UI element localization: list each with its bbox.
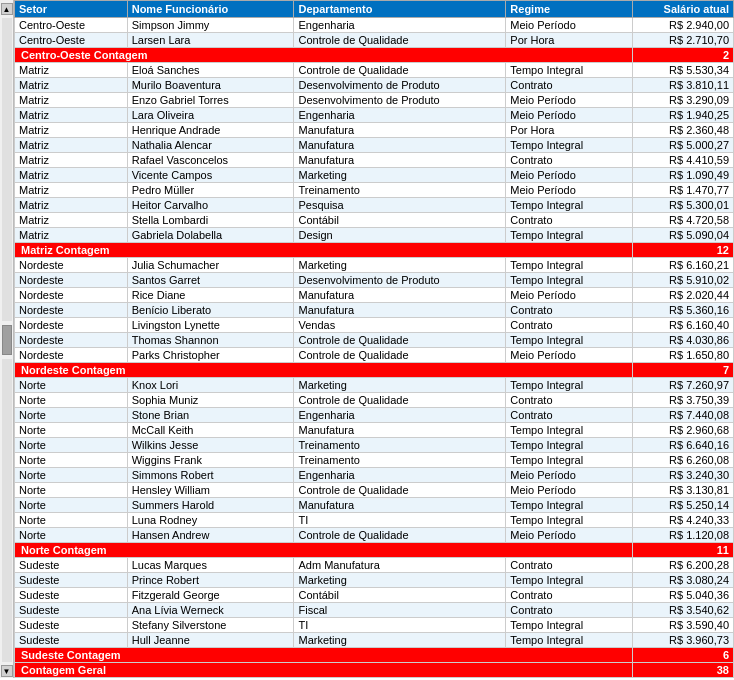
cell-regime: Contrato (506, 153, 632, 168)
cell-salario: R$ 6.200,28 (632, 558, 733, 573)
cell-regime: Tempo Integral (506, 423, 632, 438)
cell-setor: Matriz (15, 168, 128, 183)
header-regime: Regime (506, 1, 632, 18)
cell-nome: Stella Lombardi (127, 213, 294, 228)
cell-depto: Controle de Qualidade (294, 348, 506, 363)
cell-salario: R$ 1.940,25 (632, 108, 733, 123)
subtotal-label: Sudeste Contagem (15, 648, 633, 663)
cell-salario: R$ 6.160,40 (632, 318, 733, 333)
cell-depto: Adm Manufatura (294, 558, 506, 573)
cell-setor: Nordeste (15, 258, 128, 273)
table-row: Matriz Lara Oliveira Engenharia Meio Per… (15, 108, 734, 123)
table-header-row: Setor Nome Funcionário Departamento Regi… (15, 1, 734, 18)
cell-regime: Meio Período (506, 348, 632, 363)
cell-depto: Design (294, 228, 506, 243)
cell-salario: R$ 1.120,08 (632, 528, 733, 543)
cell-depto: Treinamento (294, 453, 506, 468)
header-depto: Departamento (294, 1, 506, 18)
cell-regime: Tempo Integral (506, 633, 632, 648)
cell-salario: R$ 3.240,30 (632, 468, 733, 483)
cell-nome: Murilo Boaventura (127, 78, 294, 93)
cell-depto: Marketing (294, 378, 506, 393)
table-row: Matriz Enzo Gabriel Torres Desenvolvimen… (15, 93, 734, 108)
cell-regime: Contrato (506, 78, 632, 93)
cell-depto: Manufatura (294, 138, 506, 153)
cell-regime: Tempo Integral (506, 198, 632, 213)
scroll-down-arrow[interactable]: ▼ (1, 665, 13, 677)
cell-salario: R$ 5.040,36 (632, 588, 733, 603)
table-row: Nordeste Benício Liberato Manufatura Con… (15, 303, 734, 318)
cell-salario: R$ 2.710,70 (632, 33, 733, 48)
left-scrollbar[interactable]: ▲ ▼ (0, 0, 14, 678)
cell-regime: Contrato (506, 558, 632, 573)
cell-depto: Treinamento (294, 183, 506, 198)
cell-nome: McCall Keith (127, 423, 294, 438)
scroll-thumb[interactable] (2, 325, 12, 355)
cell-salario: R$ 5.530,34 (632, 63, 733, 78)
cell-salario: R$ 5.360,16 (632, 303, 733, 318)
table-row: Sudeste Contagem 6 (15, 648, 734, 663)
cell-salario: R$ 3.290,09 (632, 93, 733, 108)
cell-nome: Enzo Gabriel Torres (127, 93, 294, 108)
table-row: Nordeste Contagem 7 (15, 363, 734, 378)
table-row: Norte Luna Rodney TI Tempo Integral R$ 4… (15, 513, 734, 528)
table-row: Matriz Stella Lombardi Contábil Contrato… (15, 213, 734, 228)
subtotal-label: Nordeste Contagem (15, 363, 633, 378)
cell-nome: Santos Garret (127, 273, 294, 288)
cell-nome: Luna Rodney (127, 513, 294, 528)
cell-nome: Heitor Carvalho (127, 198, 294, 213)
cell-depto: TI (294, 618, 506, 633)
table-row: Norte Hensley William Controle de Qualid… (15, 483, 734, 498)
subtotal-label: Matriz Contagem (15, 243, 633, 258)
cell-setor: Matriz (15, 153, 128, 168)
table-row: Norte Knox Lori Marketing Tempo Integral… (15, 378, 734, 393)
cell-nome: Wilkins Jesse (127, 438, 294, 453)
cell-nome: Julia Schumacher (127, 258, 294, 273)
cell-regime: Tempo Integral (506, 498, 632, 513)
cell-depto: Manufatura (294, 498, 506, 513)
cell-regime: Meio Período (506, 18, 632, 33)
cell-salario: R$ 4.410,59 (632, 153, 733, 168)
cell-setor: Matriz (15, 228, 128, 243)
table-row: Sudeste Lucas Marques Adm Manufatura Con… (15, 558, 734, 573)
cell-nome: Benício Liberato (127, 303, 294, 318)
table-row: Matriz Nathalia Alencar Manufatura Tempo… (15, 138, 734, 153)
cell-depto: Vendas (294, 318, 506, 333)
cell-salario: R$ 4.720,58 (632, 213, 733, 228)
table-row: Matriz Heitor Carvalho Pesquisa Tempo In… (15, 198, 734, 213)
table-row: Nordeste Livingston Lynette Vendas Contr… (15, 318, 734, 333)
cell-setor: Sudeste (15, 618, 128, 633)
table-row: Matriz Vicente Campos Marketing Meio Per… (15, 168, 734, 183)
cell-salario: R$ 4.030,86 (632, 333, 733, 348)
table-row: Nordeste Thomas Shannon Controle de Qual… (15, 333, 734, 348)
cell-depto: Engenharia (294, 408, 506, 423)
cell-setor: Matriz (15, 138, 128, 153)
scroll-up-arrow[interactable]: ▲ (1, 3, 13, 15)
subtotal-label: Centro-Oeste Contagem (15, 48, 633, 63)
cell-setor: Matriz (15, 198, 128, 213)
cell-regime: Contrato (506, 408, 632, 423)
cell-setor: Nordeste (15, 288, 128, 303)
cell-depto: Desenvolvimento de Produto (294, 93, 506, 108)
cell-depto: Engenharia (294, 468, 506, 483)
cell-nome: Livingston Lynette (127, 318, 294, 333)
cell-regime: Contrato (506, 588, 632, 603)
cell-setor: Norte (15, 453, 128, 468)
cell-depto: Marketing (294, 258, 506, 273)
cell-setor: Norte (15, 483, 128, 498)
table-row: Sudeste Hull Jeanne Marketing Tempo Inte… (15, 633, 734, 648)
cell-setor: Centro-Oeste (15, 33, 128, 48)
cell-setor: Norte (15, 528, 128, 543)
table-row: Sudeste Fitzgerald George Contábil Contr… (15, 588, 734, 603)
cell-salario: R$ 1.470,77 (632, 183, 733, 198)
cell-regime: Contrato (506, 303, 632, 318)
cell-nome: Simmons Robert (127, 468, 294, 483)
cell-regime: Meio Período (506, 468, 632, 483)
cell-nome: Hull Jeanne (127, 633, 294, 648)
cell-nome: Fitzgerald George (127, 588, 294, 603)
cell-regime: Tempo Integral (506, 438, 632, 453)
cell-depto: Engenharia (294, 18, 506, 33)
cell-nome: Hansen Andrew (127, 528, 294, 543)
cell-salario: R$ 3.810,11 (632, 78, 733, 93)
cell-depto: Controle de Qualidade (294, 33, 506, 48)
